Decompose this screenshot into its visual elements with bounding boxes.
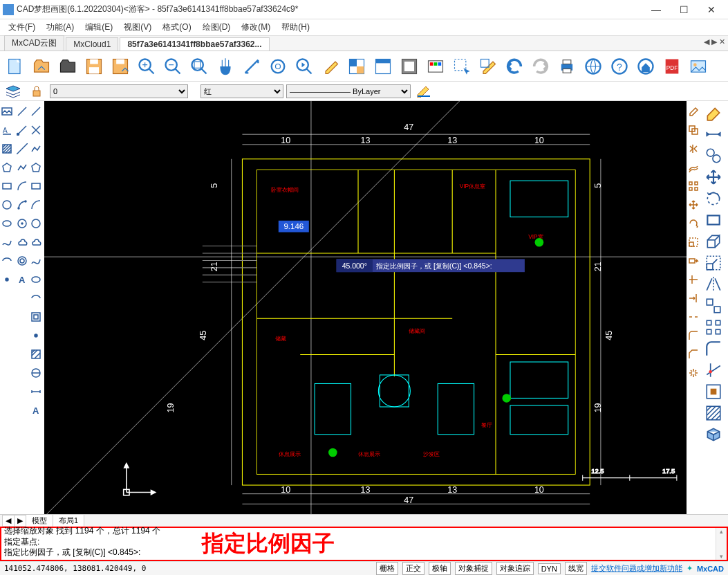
copy2-icon[interactable] — [702, 145, 725, 166]
highlight-button[interactable] — [318, 54, 343, 79]
menu-view[interactable]: 视图(V) — [120, 20, 156, 35]
spline-icon[interactable] — [0, 233, 14, 251]
rotate2-icon[interactable] — [702, 188, 725, 209]
print-button[interactable] — [554, 54, 579, 79]
layout-prev[interactable]: ◀ — [2, 515, 15, 527]
rect2-icon[interactable] — [29, 177, 43, 195]
mirror2-icon[interactable] — [702, 274, 725, 295]
rectangle-icon[interactable] — [0, 177, 14, 195]
dim-icon[interactable] — [29, 383, 43, 401]
block-icon[interactable] — [29, 308, 43, 326]
view1-button[interactable] — [371, 54, 395, 79]
circle3-icon[interactable] — [29, 215, 43, 232]
select-button[interactable] — [449, 54, 474, 79]
scale-icon[interactable] — [687, 233, 700, 251]
cmd-scrollbar[interactable]: ▴▾ — [716, 528, 727, 560]
pdf-button[interactable]: PDF — [660, 54, 684, 79]
align-icon[interactable] — [702, 295, 725, 316]
mtext-icon[interactable]: A — [15, 271, 29, 289]
ray-icon[interactable] — [15, 121, 29, 139]
undo-button[interactable] — [502, 54, 527, 79]
fillet2-icon[interactable] — [702, 338, 725, 359]
point2-icon[interactable] — [29, 327, 43, 345]
command-history[interactable]: 选择缩放对象 找到 1194 个，总计 1194 个 指定基点: 指定比例因子，… — [1, 528, 195, 560]
linetype-edit-icon[interactable] — [413, 84, 434, 99]
menu-help[interactable]: 帮助(H) — [277, 20, 314, 35]
extend-icon[interactable] — [687, 289, 700, 307]
rotate-icon[interactable] — [687, 215, 700, 232]
layer-select[interactable]: 0 — [50, 84, 188, 98]
ellipse-arc-icon[interactable] — [0, 252, 14, 270]
array-icon[interactable] — [687, 177, 700, 195]
text-icon[interactable]: A — [0, 121, 14, 139]
dim-linear-icon[interactable] — [702, 124, 725, 145]
trim-icon[interactable] — [687, 271, 700, 289]
menu-file[interactable]: 文件(F) — [4, 20, 39, 35]
zoom-out-button[interactable] — [160, 54, 185, 79]
poly2-icon[interactable] — [29, 158, 43, 176]
region-icon[interactable] — [29, 364, 43, 382]
image-button[interactable] — [686, 54, 711, 79]
text2-icon[interactable]: A — [29, 401, 43, 419]
copy-icon[interactable] — [687, 121, 700, 139]
redo-button[interactable] — [528, 54, 553, 79]
tab-layout1[interactable]: 布局1 — [53, 514, 84, 527]
zoom-extents-button[interactable] — [187, 54, 212, 79]
line2-icon[interactable] — [29, 102, 43, 120]
measure-button[interactable] — [239, 54, 264, 79]
brush-button[interactable] — [476, 54, 501, 79]
explode-icon[interactable] — [687, 364, 700, 382]
menu-format[interactable]: 格式(O) — [158, 20, 195, 35]
palette-button[interactable] — [423, 54, 448, 79]
maximize-button[interactable]: ☐ — [670, 1, 698, 19]
layers-button[interactable] — [344, 54, 369, 79]
rect3-icon[interactable] — [702, 210, 725, 230]
arc-icon[interactable] — [15, 177, 29, 195]
help-web-button[interactable]: ? — [607, 54, 632, 79]
zoom-prev-button[interactable] — [292, 54, 317, 79]
home-button[interactable] — [633, 54, 658, 79]
stretch-icon[interactable] — [687, 252, 700, 270]
trim2-icon[interactable] — [702, 360, 725, 381]
toggle-polar[interactable]: 极轴 — [429, 562, 451, 575]
close-button[interactable]: ✕ — [698, 1, 725, 19]
hatch-icon[interactable] — [0, 140, 14, 158]
fillet-icon[interactable] — [687, 327, 700, 345]
tab-model[interactable]: 模型 — [26, 514, 53, 527]
menu-edit[interactable]: 编辑(E) — [81, 20, 117, 35]
open-button[interactable] — [55, 54, 80, 79]
hatch2-icon[interactable] — [29, 345, 43, 363]
linetype-select[interactable]: ———————— ByLayer — [286, 84, 411, 98]
web-button[interactable] — [581, 54, 606, 79]
circle-icon[interactable] — [0, 196, 14, 214]
toggle-lineweight[interactable]: 线宽 — [565, 562, 587, 575]
pline2-icon[interactable] — [29, 140, 43, 158]
layer-lock-icon[interactable] — [26, 84, 47, 99]
polygon-icon[interactable] — [0, 158, 14, 176]
menu-modify[interactable]: 修改(M) — [237, 20, 274, 35]
erase-icon[interactable] — [687, 102, 700, 120]
block2-icon[interactable] — [702, 381, 725, 402]
array2-icon[interactable] — [702, 317, 725, 338]
ellipse-icon[interactable] — [0, 215, 14, 232]
toggle-dyn[interactable]: DYN — [538, 563, 561, 574]
saveas-button[interactable] — [108, 54, 133, 79]
move2-icon[interactable] — [702, 167, 725, 188]
offset-icon[interactable] — [687, 158, 700, 176]
chamfer-icon[interactable] — [687, 345, 700, 363]
toggle-osnap[interactable]: 对象捕捉 — [455, 562, 492, 575]
xline2-icon[interactable] — [29, 121, 43, 139]
toggle-grid[interactable]: 栅格 — [376, 562, 398, 575]
color-select[interactable]: 红 — [200, 84, 283, 98]
polyline-icon[interactable] — [15, 158, 29, 176]
image-insert-icon[interactable] — [0, 102, 14, 120]
toggle-otrack[interactable]: 对象追踪 — [496, 562, 534, 575]
cloud2-icon[interactable] — [29, 233, 43, 251]
circle2-icon[interactable] — [15, 215, 29, 232]
layout-next[interactable]: ▶ — [14, 515, 26, 527]
save-button[interactable] — [82, 54, 106, 79]
3dbox-icon[interactable] — [702, 424, 725, 445]
tab-current-doc[interactable]: 85f7a3e6141341ff8bbae57af3362... — [120, 37, 269, 51]
tab-nav[interactable]: ◀ ▶ ✕ — [704, 37, 725, 46]
break-icon[interactable] — [687, 308, 700, 326]
